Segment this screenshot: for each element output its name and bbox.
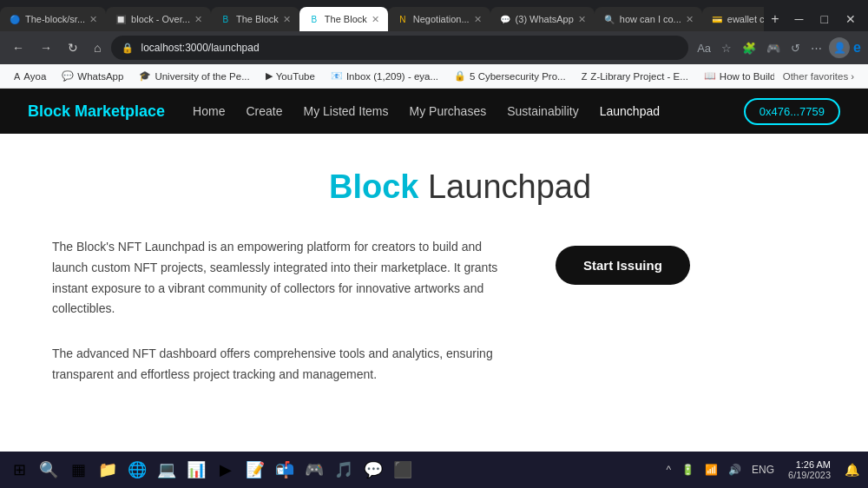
description-paragraph-2: The advanced NFT dashboard offers compre…	[52, 344, 521, 386]
navbar-brand[interactable]: Block Marketplace	[28, 102, 165, 121]
bookmark-ayoa[interactable]: AAyoa	[7, 69, 53, 83]
tab-tab1[interactable]: 🔵 The-block/sr... ✕	[0, 7, 106, 31]
tab-tab5[interactable]: N Negotiation... ✕	[388, 7, 490, 31]
profile-icon[interactable]: 👤	[829, 37, 850, 58]
bookmark-university-of-the-pe[interactable]: 🎓University of the Pe...	[132, 69, 256, 83]
nav-link-home[interactable]: Home	[193, 104, 225, 118]
tab-favicon: 🔵	[9, 13, 21, 25]
taskbar-file-explorer[interactable]: 📁	[94, 456, 122, 484]
back-button[interactable]: ←	[7, 37, 30, 58]
taskbar-teams[interactable]: 📊	[182, 456, 210, 484]
chevron-icon: ›	[851, 71, 854, 82]
tab-label: how can I co...	[620, 14, 681, 24]
address-icons: Aa ☆ 🧩 🎮 ↺ ⋯ 👤 e	[694, 37, 861, 58]
battery-icon: 🔋	[678, 460, 698, 479]
tab-favicon: 🔍	[603, 13, 615, 25]
home-button[interactable]: ⌂	[89, 37, 106, 58]
taskbar-search[interactable]: 🔍	[35, 456, 62, 484]
wallet-button[interactable]: 0x476...7759	[744, 98, 840, 125]
bookmark-label: 5 Cybersecurity Pro...	[470, 71, 566, 82]
tab-close-icon[interactable]: ✕	[283, 14, 291, 25]
bookmarks-more-label: Other favorites	[783, 71, 848, 82]
new-tab-button[interactable]: +	[764, 7, 786, 31]
tab-close-icon[interactable]: ✕	[686, 14, 694, 25]
tab-favicon: B	[308, 13, 320, 25]
bookmark-label: Ayoa	[23, 71, 46, 82]
notification-icon[interactable]: 🔔	[841, 459, 863, 480]
system-tray-up[interactable]: ^	[662, 460, 674, 479]
taskbar-word[interactable]: 📝	[241, 456, 269, 484]
tab-bar: 🔵 The-block/sr... ✕ 🔲 block - Over... ✕ …	[0, 0, 868, 31]
description-paragraph-1: The Block's NFT Launchpad is an empoweri…	[52, 237, 521, 320]
browser-extras-icon[interactable]: 🎮	[763, 38, 784, 58]
bookmarks-more[interactable]: Other favorites ›	[776, 69, 861, 83]
close-button[interactable]: ✕	[837, 7, 865, 31]
nav-link-my-listed-items[interactable]: My Listed Items	[303, 104, 388, 118]
content-layout: The Block's NFT Launchpad is an empoweri…	[52, 237, 729, 410]
forward-button[interactable]: →	[35, 37, 57, 58]
app-content: Block Marketplace HomeCreateMy Listed It…	[0, 89, 868, 452]
taskbar-edge[interactable]: 🌐	[123, 456, 151, 484]
tab-close-icon[interactable]: ✕	[372, 14, 379, 25]
bookmark-label: University of the Pe...	[155, 71, 249, 82]
tab-tab8[interactable]: 💳 ewallet conn... ✕	[702, 7, 764, 31]
bookmarks-bar: AAyoa💬WhatsApp🎓University of the Pe...▶Y…	[0, 64, 868, 89]
taskbar-music[interactable]: 🎵	[330, 456, 358, 484]
bookmark-favicon: 📧	[331, 70, 343, 82]
edge-icon[interactable]: e	[853, 40, 861, 56]
start-issuing-button[interactable]: Start Issuing	[556, 246, 690, 285]
clock[interactable]: 1:26 AM 6/19/2023	[781, 458, 838, 482]
nav-link-launchpad[interactable]: Launchpad	[600, 104, 660, 118]
tab-tab3[interactable]: B The Block ✕	[211, 7, 299, 31]
taskbar-task-view[interactable]: ▦	[64, 456, 92, 484]
tab-close-icon[interactable]: ✕	[194, 14, 202, 25]
bookmark-youtube[interactable]: ▶YouTube	[259, 69, 322, 83]
taskbar-discord[interactable]: 💬	[359, 456, 387, 484]
tab-close-icon[interactable]: ✕	[578, 14, 586, 25]
bookmark-label: Z-Library Project - E...	[590, 71, 687, 82]
tab-close-icon[interactable]: ✕	[89, 14, 97, 25]
bookmark-z-library-project---[interactable]: ZZ-Library Project - E...	[575, 69, 695, 83]
nav-link-create[interactable]: Create	[246, 104, 282, 118]
lock-icon: 🔒	[122, 43, 134, 54]
minimize-button[interactable]: ─	[786, 7, 812, 31]
tab-label: The Block	[236, 14, 279, 24]
tab-tab2[interactable]: 🔲 block - Over... ✕	[106, 7, 211, 31]
tab-tab6[interactable]: 💬 (3) WhatsApp ✕	[490, 7, 595, 31]
page-title-suffix: Launchpad	[418, 168, 591, 205]
nav-link-my-purchases[interactable]: My Purchases	[410, 104, 487, 118]
tab-tab7[interactable]: 🔍 how can I co... ✕	[595, 7, 702, 31]
nav-link-sustainability[interactable]: Sustainability	[507, 104, 579, 118]
refresh-button[interactable]: ↻	[62, 37, 83, 58]
taskbar-vscode[interactable]: 💻	[153, 456, 181, 484]
bookmark-favicon: Z	[582, 71, 588, 82]
tab-label: The Block	[325, 14, 367, 24]
taskbar-mail[interactable]: 📬	[271, 456, 299, 484]
read-aloud-icon[interactable]: Aa	[694, 38, 714, 58]
collections-icon[interactable]: 🧩	[739, 38, 760, 58]
bookmark-5-cybersecurity-pro.[interactable]: 🔒5 Cybersecurity Pro...	[447, 69, 573, 83]
tab-label: block - Over...	[131, 14, 190, 24]
bookmark-favicon: 🎓	[139, 70, 151, 82]
favorites-icon[interactable]: ☆	[718, 38, 735, 58]
browser-chrome: 🔵 The-block/sr... ✕ 🔲 block - Over... ✕ …	[0, 0, 868, 89]
clock-time: 1:26 AM	[788, 459, 831, 470]
tab-label: ewallet conn...	[727, 14, 764, 24]
taskbar-windows-start[interactable]: ⊞	[5, 456, 33, 484]
taskbar-terminal[interactable]: ⬛	[389, 456, 417, 484]
bookmark-favicon: 📖	[704, 70, 716, 82]
url-input[interactable]: 🔒 localhost:3000/launchpad	[111, 36, 688, 60]
maximize-button[interactable]: □	[812, 7, 837, 31]
tab-favicon: 🔲	[115, 13, 127, 25]
main-content: Block Launchpad The Block's NFT Launchpa…	[0, 134, 781, 445]
settings-icon[interactable]: ⋯	[807, 38, 825, 58]
tab-tab4[interactable]: B The Block ✕	[299, 7, 388, 31]
bookmark-how-to-build-a-digi.[interactable]: 📖How to Build a Digi...	[697, 69, 774, 83]
bookmark-favicon: 🔒	[454, 70, 466, 82]
refresh-icon[interactable]: ↺	[787, 38, 804, 58]
taskbar-media[interactable]: ▶	[212, 456, 240, 484]
bookmark-whatsapp[interactable]: 💬WhatsApp	[55, 69, 130, 83]
tab-close-icon[interactable]: ✕	[474, 14, 482, 25]
bookmark-inbox-(1,209)---eya.[interactable]: 📧Inbox (1,209) - eya...	[324, 69, 445, 83]
taskbar-gaming[interactable]: 🎮	[300, 456, 328, 484]
